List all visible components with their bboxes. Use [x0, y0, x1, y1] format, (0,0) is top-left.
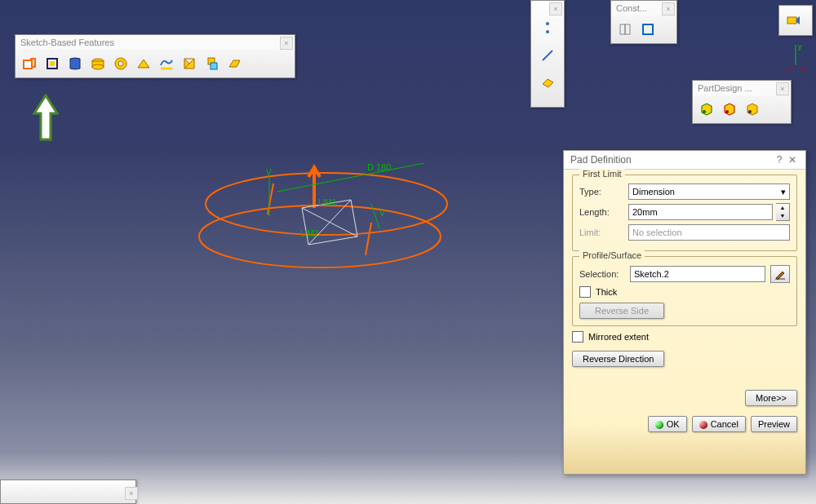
more-button[interactable]: More>>: [745, 390, 797, 406]
svg-line-18: [785, 65, 796, 72]
limit-label: Limit:: [579, 228, 625, 237]
preview-button[interactable]: Preview: [751, 416, 797, 432]
svg-rect-2: [50, 61, 55, 66]
svg-point-25: [199, 206, 441, 267]
first-limit-legend: First Limit: [579, 169, 625, 179]
length-value: 20mm: [632, 207, 658, 217]
lim2-label: LIM2: [300, 229, 319, 238]
limit-value: No selection: [632, 228, 682, 237]
mirrored-checkbox[interactable]: [572, 331, 583, 343]
viewport-sketch-preview: D 180 LIM1 LIM2 V V: [196, 159, 457, 281]
svg-text:y: y: [798, 42, 802, 51]
partdesign-tool-3[interactable]: [742, 99, 763, 120]
svg-rect-14: [625, 24, 630, 34]
type-label: Type:: [579, 187, 625, 197]
svg-rect-15: [643, 24, 653, 34]
svg-line-30: [371, 204, 379, 228]
svg-line-12: [543, 51, 552, 60]
view-toolbar: [778, 5, 813, 36]
cancel-icon: [699, 421, 707, 429]
dialog-titlebar[interactable]: Pad Definition ? ✕: [564, 151, 805, 170]
svg-rect-0: [24, 60, 32, 69]
partdesign-toolbar: PartDesign ... ×: [692, 80, 792, 124]
line-toolbar: ×: [530, 0, 565, 108]
svg-point-22: [725, 110, 729, 113]
mirrored-label: Mirrored extent: [588, 332, 649, 342]
profile-surface-group: Profile/Surface Selection: Sketch.2 Thic…: [572, 256, 797, 326]
svg-line-26: [268, 183, 273, 214]
partdesign-tool-2[interactable]: [719, 99, 740, 120]
close-icon[interactable]: ×: [125, 487, 138, 500]
close-icon[interactable]: ✕: [786, 154, 799, 166]
svg-point-10: [546, 22, 549, 25]
pocket-tool[interactable]: [64, 53, 86, 74]
hole-tool[interactable]: [110, 53, 131, 74]
constraint-tool-2[interactable]: [637, 19, 659, 40]
dim-label: D 180: [367, 162, 391, 172]
slot-tool[interactable]: [156, 53, 177, 74]
ok-button[interactable]: OK: [648, 416, 687, 432]
thick-checkbox[interactable]: [579, 286, 591, 298]
svg-rect-9: [211, 63, 217, 69]
svg-point-5: [92, 64, 104, 69]
selection-value: Sketch.2: [634, 269, 669, 279]
v-label-2: V: [379, 209, 385, 218]
bottom-toolbar: ×: [0, 480, 136, 504]
length-spinner[interactable]: ▲▼: [776, 203, 790, 221]
multi-sections-tool[interactable]: [224, 53, 246, 74]
first-limit-group: First Limit Type: Dimension ▾ Length: 20…: [572, 175, 797, 251]
rib-tool[interactable]: [133, 53, 154, 74]
ok-icon: [655, 421, 663, 429]
const-toolbar: Const... ×: [610, 0, 677, 44]
sketch-based-features-toolbar: Sketch-Based Features ×: [15, 34, 295, 78]
svg-line-29: [277, 163, 424, 192]
camera-tool[interactable]: [783, 9, 804, 30]
svg-rect-16: [787, 17, 796, 24]
svg-point-21: [703, 110, 706, 113]
cancel-button[interactable]: Cancel: [692, 416, 746, 432]
help-icon[interactable]: ?: [773, 154, 786, 166]
drafted-pad-tool[interactable]: [42, 53, 63, 74]
dialog-title: Pad Definition: [570, 154, 773, 166]
solid-combine-tool[interactable]: [202, 53, 223, 74]
mirrored-checkbox-row[interactable]: Mirrored extent: [572, 331, 797, 343]
reverse-direction-button[interactable]: Reverse Direction: [572, 351, 664, 367]
reverse-side-button: Reverse Side: [579, 303, 664, 319]
close-icon[interactable]: ×: [776, 82, 789, 95]
toolbar-title: Sketch-Based Features: [16, 35, 295, 50]
selection-input[interactable]: Sketch.2: [630, 266, 765, 282]
constraint-tool-1[interactable]: [614, 19, 636, 40]
svg-rect-13: [620, 24, 625, 34]
lim1-label: LIM1: [318, 198, 337, 207]
selection-label: Selection:: [579, 269, 627, 279]
point-tool[interactable]: [537, 17, 558, 38]
close-icon[interactable]: ×: [280, 37, 293, 50]
pad-tool[interactable]: [19, 53, 40, 74]
profile-legend: Profile/Surface: [579, 250, 645, 260]
v-label-1: V: [266, 168, 272, 177]
pad-definition-dialog: Pad Definition ? ✕ First Limit Type: Dim…: [563, 150, 806, 475]
limit-input: No selection: [628, 224, 790, 241]
svg-point-23: [748, 110, 752, 113]
svg-text:x: x: [801, 65, 805, 73]
thick-label: Thick: [596, 287, 617, 297]
svg-line-27: [366, 223, 371, 255]
highlight-arrow-icon: [33, 94, 59, 144]
line-tool[interactable]: [537, 45, 558, 66]
stiffener-tool[interactable]: [179, 53, 200, 74]
close-icon[interactable]: ×: [662, 2, 675, 15]
chevron-down-icon: ▾: [781, 187, 786, 197]
type-value: Dimension: [632, 187, 675, 197]
plane-tool[interactable]: [537, 73, 558, 94]
thick-checkbox-row[interactable]: Thick: [579, 286, 790, 298]
type-select[interactable]: Dimension ▾: [628, 183, 790, 200]
length-label: Length:: [579, 207, 625, 217]
axis-indicator: y x: [783, 41, 808, 73]
groove-tool[interactable]: [87, 53, 109, 74]
svg-point-11: [546, 30, 549, 33]
close-icon[interactable]: ×: [549, 2, 562, 15]
partdesign-tool-1[interactable]: [696, 99, 717, 120]
svg-point-7: [118, 61, 123, 66]
length-input[interactable]: 20mm: [628, 204, 773, 220]
sketch-edit-button[interactable]: [770, 265, 790, 283]
